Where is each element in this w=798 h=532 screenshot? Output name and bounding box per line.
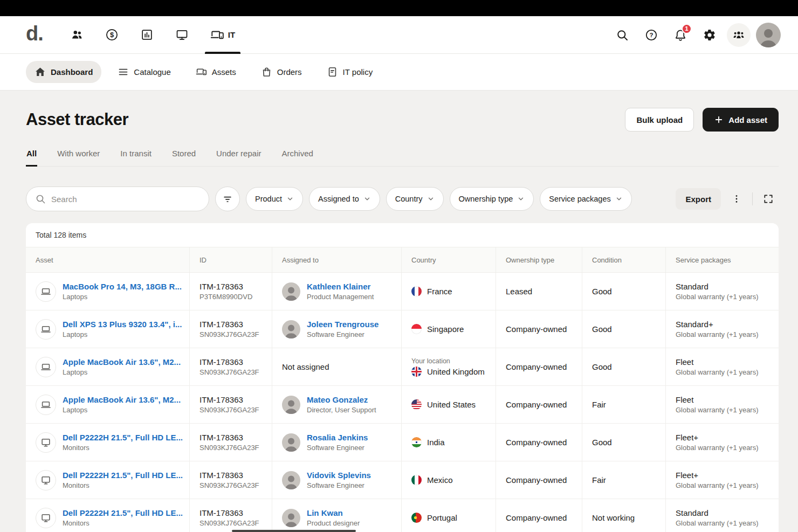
tab-archived[interactable]: Archived — [281, 146, 313, 167]
column-header-condition[interactable]: Condition — [582, 247, 666, 272]
table-row[interactable]: Dell P2222H 21.5", Full HD LE... Monitor… — [26, 499, 779, 532]
asset-type-icon-wrap — [36, 319, 56, 340]
service-package-cell: Fleet+ Global warranty (+1 years) — [666, 424, 779, 461]
more-options-button[interactable] — [726, 189, 747, 209]
search-button[interactable] — [610, 23, 634, 47]
assignee-link[interactable]: Mateo Gonzalez Director, User Support — [282, 395, 376, 414]
package-detail: Global warranty (+1 years) — [676, 519, 759, 527]
table-body: MacBook Pro 14, M3, 18GB R... Laptops IT… — [26, 273, 779, 532]
asset-link[interactable]: Dell XPS 13 Plus 9320 13.4", i... — [63, 320, 182, 329]
package-name: Fleet+ — [676, 471, 759, 480]
table-row[interactable]: Dell P2222H 21.5", Full HD LE... Monitor… — [26, 461, 779, 499]
user-avatar[interactable] — [756, 23, 781, 47]
package-name: Standard — [676, 508, 759, 517]
module-it[interactable]: IT — [200, 16, 246, 53]
filter-button[interactable] — [215, 186, 240, 211]
tab-with-worker[interactable]: With worker — [57, 146, 100, 167]
team-directory-button[interactable] — [727, 23, 751, 47]
tab-in-transit[interactable]: In transit — [120, 146, 152, 167]
asset-link[interactable]: Dell P2222H 21.5", Full HD LE... — [63, 471, 183, 480]
country-cell: Portugal — [402, 499, 496, 532]
service-packages-filter[interactable]: Service packages — [540, 187, 631, 211]
product-filter[interactable]: Product — [246, 187, 303, 211]
country-filter[interactable]: Country — [386, 187, 444, 211]
country-name: Singapore — [427, 324, 464, 334]
table-row[interactable]: Apple MacBook Air 13.6", M2... Laptops I… — [26, 386, 779, 424]
module-equipment[interactable] — [164, 16, 200, 53]
help-button[interactable]: ? — [639, 23, 663, 47]
ownership-value: Company-owned — [506, 438, 567, 447]
assignee-link[interactable]: Lin Kwan Product designer — [282, 508, 360, 527]
asset-link[interactable]: Dell P2222H 21.5", Full HD LE... — [63, 433, 183, 442]
module-people[interactable] — [59, 16, 94, 53]
tab-stored[interactable]: Stored — [171, 146, 196, 167]
nav-orders-label: Orders — [277, 67, 302, 77]
asset-link[interactable]: Dell P2222H 21.5", Full HD LE... — [63, 508, 183, 517]
assignee-link[interactable]: Rosalia Jenkins Software Engineer — [282, 433, 368, 452]
assignee-link[interactable]: Vidovik Splevins Software Engineer — [282, 471, 371, 489]
ownership-cell: Company-owned — [496, 499, 582, 532]
horizontal-scrollbar[interactable] — [232, 530, 356, 532]
search-input[interactable] — [51, 195, 200, 204]
assigned-to-cell: Rosalia Jenkins Software Engineer — [272, 424, 402, 461]
notifications-button[interactable]: 1 — [669, 23, 692, 47]
package-name: Standard — [676, 282, 759, 291]
asset-id: ITM-178363 — [200, 433, 259, 442]
table-row[interactable]: MacBook Pro 14, M3, 18GB R... Laptops IT… — [26, 273, 779, 310]
nav-dashboard-label: Dashboard — [51, 67, 93, 77]
nav-catalogue[interactable]: Catalogue — [109, 61, 179, 83]
column-header-service-packages[interactable]: Service packages — [666, 247, 779, 272]
package-detail: Global warranty (+1 years) — [676, 481, 759, 489]
add-asset-button[interactable]: Add asset — [703, 108, 779, 132]
ownership-type-filter[interactable]: Ownership type — [450, 187, 534, 211]
bulk-upload-button[interactable]: Bulk upload — [625, 108, 694, 132]
condition-cell: Fair — [582, 461, 666, 499]
ownership-value: Company-owned — [506, 362, 567, 371]
asset-category: Laptops — [63, 293, 182, 301]
assignee-name: Rosalia Jenkins — [307, 433, 368, 442]
column-header-ownership-type[interactable]: Ownership type — [496, 247, 582, 272]
svg-text:$: $ — [110, 31, 114, 39]
asset-link[interactable]: Apple MacBook Air 13.6", M2... — [63, 395, 181, 404]
search-icon — [35, 194, 46, 204]
nav-it-policy[interactable]: IT policy — [318, 61, 382, 83]
assignee-link[interactable]: Kathleen Klainer Product Management — [282, 282, 374, 301]
laptop-icon — [40, 399, 52, 411]
nav-orders[interactable]: Orders — [252, 61, 311, 83]
column-header-asset[interactable]: Asset — [26, 247, 190, 272]
asset-id: ITM-178363 — [200, 320, 259, 329]
asset-link[interactable]: MacBook Pro 14, M3, 18GB R... — [63, 282, 182, 291]
table-row[interactable]: Dell P2222H 21.5", Full HD LE... Monitor… — [26, 424, 779, 461]
export-button[interactable]: Export — [676, 188, 721, 210]
asset-id: ITM-178363 — [200, 357, 259, 367]
module-analytics[interactable] — [129, 16, 164, 53]
id-cell: ITM-178363 SN093KJ76GA23F — [190, 499, 272, 532]
table-row[interactable]: Dell XPS 13 Plus 9320 13.4", i... Laptop… — [26, 310, 779, 348]
column-header-assigned-to[interactable]: Assigned to — [272, 247, 402, 272]
condition-cell: Good — [582, 424, 666, 461]
assignee-avatar — [282, 433, 300, 452]
nav-dashboard[interactable]: Dashboard — [26, 61, 101, 83]
page-title: Asset tracker — [26, 110, 128, 129]
chevron-down-icon — [517, 195, 525, 203]
deel-logo[interactable]: d. — [26, 23, 43, 47]
id-cell: ITM-178363 SN093KJ76GA23F — [190, 386, 272, 423]
asset-link[interactable]: Apple MacBook Air 13.6", M2... — [63, 357, 181, 367]
column-header-country[interactable]: Country — [402, 247, 496, 272]
package-detail: Global warranty (+1 years) — [676, 444, 759, 452]
not-assigned-label: Not assigned — [282, 362, 329, 371]
nav-assets[interactable]: Assets — [187, 61, 245, 83]
table-row[interactable]: Apple MacBook Air 13.6", M2... Laptops I… — [26, 348, 779, 386]
dollar-coin-icon: $ — [105, 28, 119, 42]
assignee-link[interactable]: Joleen Trengrouse Software Engineer — [282, 320, 379, 338]
tab-all[interactable]: All — [26, 146, 37, 167]
service-package-cell: Standard Global warranty (+1 years) — [666, 273, 779, 310]
settings-button[interactable] — [698, 23, 721, 47]
fullscreen-button[interactable] — [758, 189, 779, 209]
column-header-id[interactable]: ID — [190, 247, 272, 272]
module-finance[interactable]: $ — [94, 16, 129, 53]
assigned-to-filter[interactable]: Assigned to — [309, 187, 380, 211]
country-cell: India — [402, 424, 496, 461]
tab-under-repair[interactable]: Under repair — [216, 146, 262, 167]
assignee-avatar — [282, 396, 300, 414]
